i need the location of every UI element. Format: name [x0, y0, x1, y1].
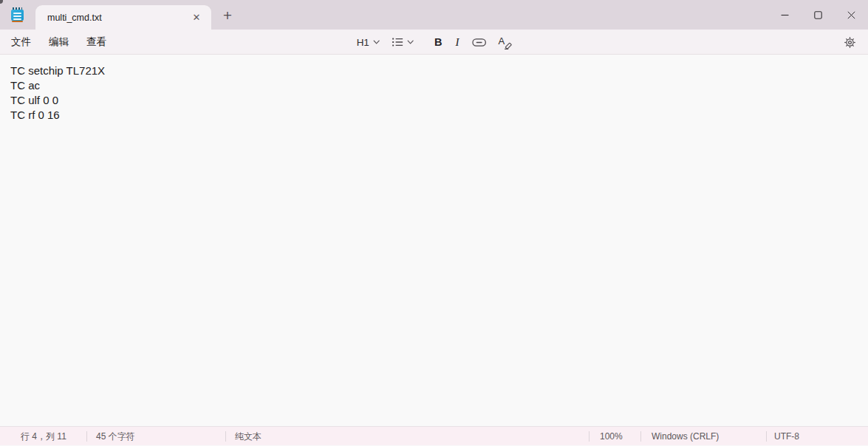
close-window-button[interactable]	[835, 0, 868, 30]
heading-label: H1	[357, 37, 369, 48]
settings-button[interactable]	[835, 31, 864, 53]
menu-view[interactable]: 查看	[78, 31, 115, 53]
new-tab-button[interactable]: +	[216, 5, 239, 24]
list-dropdown[interactable]	[386, 32, 419, 52]
heading-dropdown[interactable]: H1	[352, 32, 385, 52]
cursor-position: 行 4，列 11	[21, 430, 66, 442]
status-divider	[766, 431, 767, 442]
tab-close-icon[interactable]: ✕	[188, 9, 205, 27]
document-tab[interactable]: multi_cmd.txt ✕	[35, 5, 211, 30]
minimize-button[interactable]	[768, 0, 802, 30]
maximize-button[interactable]	[802, 0, 835, 30]
link-icon	[472, 38, 486, 47]
encoding[interactable]: UTF-8	[774, 431, 799, 442]
command-bar: 文件 编辑 查看 H1 B	[0, 30, 868, 55]
window-controls	[768, 0, 868, 30]
menu-file[interactable]: 文件	[2, 31, 40, 53]
titlebar: multi_cmd.txt ✕ +	[0, 0, 868, 30]
tab-title: multi_cmd.txt	[47, 13, 188, 23]
maximize-icon	[814, 11, 822, 19]
minimize-icon	[781, 11, 789, 19]
bold-icon: B	[434, 36, 442, 48]
status-bar: 行 4，列 11 45 个字符 纯文本 100% Windows (CRLF) …	[0, 426, 868, 445]
bold-button[interactable]: B	[429, 32, 447, 52]
status-divider	[225, 431, 226, 442]
status-divider	[640, 431, 641, 442]
menu-bar: 文件 编辑 查看	[0, 31, 115, 53]
text-editor-area[interactable]: TC setchip TL721X TC ac TC ulf 0 0 TC rf…	[0, 55, 868, 426]
italic-button[interactable]: I	[448, 32, 465, 52]
titlebar-drag-area[interactable]	[239, 0, 768, 30]
chevron-down-icon	[373, 40, 380, 44]
clear-formatting-icon: A	[498, 35, 511, 49]
bulleted-list-icon	[392, 37, 403, 47]
formatting-toolbar: H1 B I	[352, 30, 517, 55]
close-icon	[847, 11, 855, 19]
italic-icon: I	[454, 36, 460, 49]
chevron-down-icon	[407, 40, 414, 44]
menu-edit[interactable]: 编辑	[40, 31, 78, 53]
document-type: 纯文本	[235, 430, 262, 442]
status-divider	[589, 431, 590, 442]
clear-formatting-button[interactable]: A	[493, 32, 516, 52]
link-button[interactable]	[467, 32, 491, 52]
gear-icon	[844, 36, 856, 49]
character-count: 45 个字符	[96, 430, 135, 442]
line-ending[interactable]: Windows (CRLF)	[652, 431, 719, 442]
zoom-level[interactable]: 100%	[600, 431, 623, 442]
app-icon-container	[0, 0, 34, 30]
status-divider	[86, 431, 87, 442]
notepad-app-icon	[11, 7, 24, 22]
